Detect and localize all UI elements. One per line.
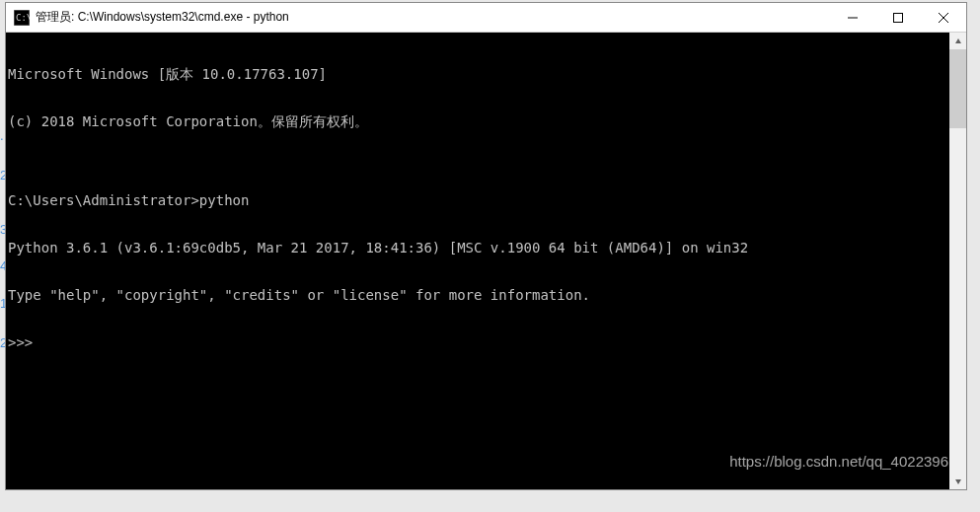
scrollbar-thumb[interactable] [949, 49, 966, 128]
cmd-icon: C:\ [14, 10, 30, 26]
terminal-line: >>> [8, 334, 949, 350]
terminal-line: Python 3.6.1 (v3.6.1:69c0db5, Mar 21 201… [8, 240, 949, 256]
svg-marker-6 [955, 38, 961, 43]
cmd-window: C:\ 管理员: C:\Windows\system32\cmd.exe - p… [5, 2, 967, 490]
svg-marker-7 [955, 479, 961, 484]
scroll-up-arrow-icon[interactable] [949, 33, 966, 49]
maximize-button[interactable] [875, 3, 921, 32]
terminal-line: Type "help", "copyright", "credits" or "… [8, 287, 949, 303]
terminal-body: Microsoft Windows [版本 10.0.17763.107] (c… [6, 33, 966, 489]
scroll-down-arrow-icon[interactable] [949, 473, 966, 489]
svg-rect-3 [894, 13, 903, 22]
terminal-content[interactable]: Microsoft Windows [版本 10.0.17763.107] (c… [6, 33, 949, 489]
terminal-line: C:\Users\Administrator>python [8, 192, 949, 208]
minimize-button[interactable] [830, 3, 875, 32]
titlebar[interactable]: C:\ 管理员: C:\Windows\system32\cmd.exe - p… [6, 3, 966, 33]
terminal-line: Microsoft Windows [版本 10.0.17763.107] [8, 66, 949, 82]
terminal-line: (c) 2018 Microsoft Corporation。保留所有权利。 [8, 113, 949, 129]
vertical-scrollbar[interactable] [949, 33, 966, 489]
window-controls [830, 3, 966, 32]
close-button[interactable] [921, 3, 966, 32]
svg-text:C:\: C:\ [16, 13, 30, 23]
scrollbar-track[interactable] [949, 49, 966, 473]
window-title: 管理员: C:\Windows\system32\cmd.exe - pytho… [36, 9, 830, 26]
